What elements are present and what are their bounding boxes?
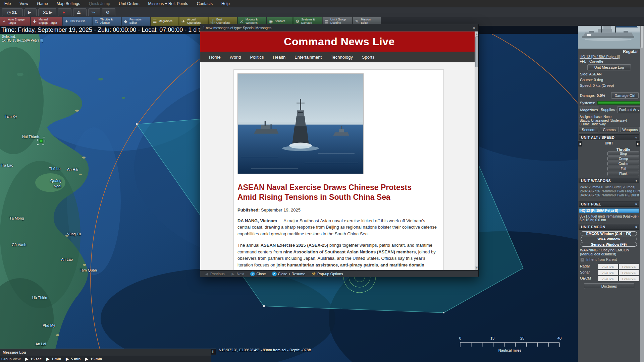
systems-label: Systems:	[580, 101, 595, 105]
emcon-window-button[interactable]: EMCON Window (Ctrl + F9)	[581, 231, 637, 236]
news-nav-item[interactable]: Health	[273, 55, 286, 60]
throttle-button[interactable]: Flank	[607, 172, 639, 176]
unit-fuel-header[interactable]: UNIT FUEL«	[579, 201, 639, 207]
throttle-button[interactable]: Cruise	[607, 162, 639, 166]
run-button[interactable]: ▶	[24, 8, 37, 16]
weapons-tab-button[interactable]: Weapons	[621, 127, 640, 132]
article-paragraph-2: The annual ASEAN Exercise 2025 (ASEX-25)…	[237, 242, 439, 270]
ribbon-icon: ✎	[355, 19, 360, 24]
weapon-link[interactable]: 240x 25mm/60 Twin Burst [20 rnds]	[580, 185, 640, 189]
throttle-button[interactable]: Stop	[607, 152, 639, 156]
menu-item[interactable]: Help	[217, 0, 234, 7]
news-nav-item[interactable]: Sports	[362, 55, 375, 60]
emcon-warning-2: (Manual edit disabled)	[580, 252, 616, 256]
passive-button[interactable]: PASSIVE	[619, 270, 639, 275]
message-log-title: Message Log	[0, 350, 26, 354]
unit-message-log-button[interactable]: Unit Message Log	[587, 64, 631, 70]
unit-weapons-header[interactable]: UNIT WEAPONS«	[579, 178, 639, 183]
active-button[interactable]: ACTIVE	[598, 264, 618, 269]
menu-item[interactable]: Game	[33, 0, 52, 7]
jump-to-button[interactable]: ↪	[88, 8, 100, 16]
magazines-button[interactable]: ☰Magazines	[151, 17, 179, 26]
comms-tab-button[interactable]: Comms	[600, 127, 619, 132]
doctrines-button[interactable]: Doctrines	[584, 283, 634, 289]
footer-icon	[311, 272, 316, 276]
passive-button[interactable]: PASSIVE	[619, 264, 639, 269]
scroll-down-icon[interactable]: ▼	[475, 266, 478, 270]
passive-button[interactable]: PASSIVE	[619, 276, 639, 281]
supplies-select[interactable]: Fuel and Ammo∨	[618, 106, 640, 113]
emcon-window-button[interactable]: Sensors Window (F9)	[581, 242, 637, 247]
collapse-icon[interactable]: «	[634, 226, 638, 228]
active-button[interactable]: ACTIVE	[598, 270, 618, 275]
quick-toolbar: ◷x1▶x1▶●⏏↪⚙	[0, 7, 644, 17]
throttle-button[interactable]: Full	[607, 167, 639, 171]
game-options-button[interactable]: ⚙	[102, 8, 115, 16]
message-log-bar[interactable]: Message Log	[0, 349, 211, 356]
popup-footer-bar: PreviousNextCloseClose + ResumePop-up Op…	[200, 270, 478, 277]
news-nav-item[interactable]: Home	[209, 55, 221, 60]
sidebar-scrollbar[interactable]	[640, 0, 644, 362]
auto-engage-target-button[interactable]: ⌖Auto EngageTarget	[0, 17, 30, 26]
menu-item[interactable]: Map Settings	[52, 0, 85, 7]
close-button[interactable]: Close	[250, 272, 266, 276]
news-nav-item[interactable]: Technology	[331, 55, 353, 60]
news-nav-item[interactable]: World	[230, 55, 241, 60]
weapon-link[interactable]: 260x AK-726 76mm/60 Twin Frag Burst [2 r…	[580, 189, 640, 193]
menu-bar: FileViewGameMap SettingsQuick JumpUnit O…	[0, 0, 644, 7]
menu-item[interactable]: Unit Orders	[114, 0, 144, 7]
previous-button[interactable]: Previous	[204, 272, 225, 276]
menu-item[interactable]: File	[0, 0, 15, 7]
scenario-features-button[interactable]: ⏏	[73, 8, 87, 16]
news-masthead: Command News Live	[200, 32, 478, 52]
menu-item[interactable]: Contacts	[193, 0, 217, 7]
popup-scrollbar[interactable]: ▲ ▼	[475, 32, 478, 270]
scale-tick-25: 25	[520, 336, 524, 340]
emcon-window-button[interactable]: WRA Window	[581, 237, 637, 241]
time-compression-button[interactable]: 15 sec	[25, 357, 42, 361]
manual-engage-target-button[interactable]: ✚ManualEngage Target	[31, 17, 62, 26]
menu-item[interactable]: View	[15, 0, 33, 7]
next-button[interactable]: Next	[231, 272, 245, 276]
sensors-tab-button[interactable]: Sensors	[579, 127, 598, 132]
sim-clock-button[interactable]: ◷x1	[2, 8, 23, 16]
map-place-label: Tam Kỳ	[5, 114, 17, 118]
damage-ctrl-button[interactable]: Damage Ctrl	[611, 92, 639, 99]
unit-link[interactable]: HQ 13 [Pr.159A Petya II]	[580, 55, 620, 59]
time-compression-button[interactable]: 1 min	[46, 357, 61, 361]
collapse-icon[interactable]: «	[634, 136, 638, 138]
time-compression-button[interactable]: 5 min	[66, 357, 80, 361]
magazines-button[interactable]: Magazines	[579, 107, 599, 113]
checkbox-checked-icon[interactable]: ✓	[581, 258, 584, 261]
close-resume-button[interactable]: Close + Resume	[272, 272, 306, 276]
formation-editor-button[interactable]: ◆FormationEditor	[121, 17, 150, 26]
ribbon-icon: ◆	[123, 19, 128, 24]
active-button[interactable]: ACTIVE	[598, 276, 618, 281]
scale-tick-13: 13	[490, 336, 494, 340]
record-button[interactable]: ●	[58, 8, 71, 16]
popup-options-button[interactable]: Pop-up Options	[311, 272, 343, 276]
toolbar-icon: ↪	[92, 10, 95, 14]
unit-alt-speed-header[interactable]: UNIT ALT / SPEED«	[579, 134, 639, 140]
plot-course-button[interactable]: ✦Plot Course	[62, 17, 92, 26]
time-compression-bar: Group View 15 sec1 min5 min15 min	[0, 356, 211, 362]
scrollbar-thumb[interactable]	[475, 36, 478, 67]
weapon-link[interactable]: 340x AK-726 76mm/60 Twin HE Burst [2 rnd…	[580, 193, 640, 197]
collapse-icon[interactable]: «	[634, 179, 638, 181]
close-icon[interactable]: ✕	[472, 25, 476, 30]
menu-item[interactable]: Missions + Ref. Points	[144, 0, 193, 7]
throttle-button[interactable]: Creep	[607, 157, 639, 161]
news-nav-item[interactable]: Entertainment	[294, 55, 322, 60]
scroll-up-icon[interactable]: ▲	[475, 32, 478, 36]
fuel-selected-row[interactable]: HQ 13 [Pr.159A Petya II]	[579, 208, 639, 213]
run-step-button[interactable]: x1▶	[38, 8, 56, 16]
group-view-label[interactable]: Group View	[1, 357, 20, 361]
time-compression-button[interactable]: 15 min	[85, 357, 102, 361]
unit-emcon-header[interactable]: UNIT EMCON«	[579, 224, 639, 230]
menu-item[interactable]: Quick Jump	[85, 0, 114, 7]
ribbon-icon: ⌖	[2, 19, 7, 24]
news-nav-item[interactable]: Politics	[250, 55, 264, 60]
throttle-altitude-button[interactable]: ⇅Throttle &Altitude	[92, 17, 121, 26]
popup-title-bar[interactable]: 1 new messages of type: Special Messages…	[200, 24, 478, 32]
collapse-icon[interactable]: «	[634, 203, 638, 205]
